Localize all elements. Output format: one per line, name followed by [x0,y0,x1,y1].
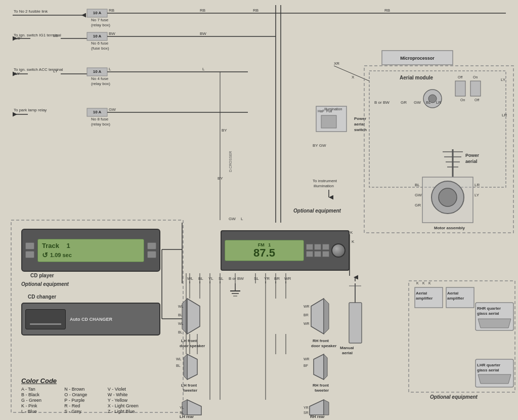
svg-text:SR: SR [304,411,309,414]
svg-text:To park lamp relay: To park lamp relay [14,108,47,112]
svg-text:GR: GR [401,100,407,105]
svg-text:SL: SL [180,411,184,414]
cd-track-label: Track [42,242,59,249]
color-code-entry: B - Black [21,392,61,397]
color-code-entry: S - Grey [64,409,104,414]
cd-player-controls-left [25,242,34,258]
color-code-entry: O - Orange [64,392,104,397]
svg-text:Off: Off [474,98,479,102]
svg-text:WL: WL [176,357,182,361]
svg-text:LY: LY [53,69,58,73]
svg-text:X: X [352,75,355,79]
svg-text:LH rear: LH rear [180,414,194,419]
preset-btn-6[interactable] [322,251,329,257]
svg-text:Power: Power [465,153,480,158]
svg-rect-50 [369,71,506,187]
svg-text:Motor assembly: Motor assembly [434,226,465,230]
svg-text:10 A: 10 A [93,11,102,15]
svg-text:RHR quarter: RHR quarter [477,306,501,311]
svg-point-92 [439,188,457,206]
cd-btn-bottom-right[interactable] [147,251,156,258]
svg-rect-164 [349,303,362,343]
svg-text:L: L [241,217,243,221]
svg-text:B or BW: B or BW [374,100,390,105]
svg-text:WR: WR [304,322,310,325]
cd-btn-top-right[interactable] [147,242,156,249]
svg-text:BY: BY [218,176,223,181]
svg-text:D.CROSSER: D.CROSSER [229,151,232,172]
svg-text:LHR quarter: LHR quarter [477,363,500,367]
svg-text:Microprocessor: Microprocessor [400,56,435,61]
preset-btn-2[interactable] [314,244,321,250]
color-code-entry: A - Tan [21,387,61,392]
preset-row-1 [306,244,329,250]
cd-time-display: ↺ 1.09 sec [42,251,140,259]
svg-text:K: K [422,281,425,285]
color-code-section: Color Code A - TanN - BrownV - VioletB -… [21,377,148,414]
svg-marker-133 [324,299,329,334]
svg-text:RB: RB [253,8,258,13]
svg-text:WR: WR [284,276,291,281]
cd-changer-slot [25,309,66,329]
svg-text:Aerial: Aerial [416,291,427,296]
svg-text:LY: LY [474,193,480,197]
svg-text:RB: RB [109,8,114,13]
radio-preset-buttons [306,244,329,257]
preset-btn-5[interactable] [314,251,321,257]
svg-text:GW: GW [414,100,421,105]
color-code-entry: W - White [108,392,148,397]
svg-text:BL: BL [426,100,431,105]
svg-text:YR: YR [264,276,270,281]
svg-text:Aerial module: Aerial module [400,75,434,80]
svg-text:tweeter: tweeter [315,388,329,393]
preset-btn-1[interactable] [306,244,313,250]
cd-changer: Auto CD CHANGER [21,303,160,335]
svg-text:No 6 fuse: No 6 fuse [91,41,109,46]
color-code-entry: X - Light Green [108,403,148,408]
svg-text:No 8 fuse: No 8 fuse [91,117,109,121]
svg-text:K: K [416,281,419,285]
svg-text:BR: BR [274,276,280,281]
cd-track-display: Track 1 [42,242,140,249]
svg-text:glass aerial: glass aerial [477,368,499,372]
color-code-entry: K - Pink [21,403,61,408]
svg-text:LY: LY [501,77,506,82]
svg-text:GR: GR [415,203,421,207]
color-code-entry: Y - Yellow [108,398,148,403]
svg-text:K: K [352,239,355,244]
svg-text:aerial: aerial [465,159,478,164]
svg-rect-73 [321,115,336,128]
svg-text:YR: YR [304,406,309,409]
svg-text:Illumination: Illumination [324,107,342,111]
cd-changer-label: Auto CD CHANGER [70,317,112,322]
svg-text:SL: SL [254,276,259,281]
color-code-entry: R - Red [64,403,104,408]
svg-text:RB: RB [200,8,205,13]
color-code-entry: N - Brown [64,387,104,392]
cd-btn-bottom-left[interactable] [25,251,34,258]
svg-text:BL: BL [415,183,420,187]
wiring-svg: To No 2 fusible link 10 A RB RB No 7 fus… [0,0,518,420]
color-code-entry: Z - Light Blue [108,409,148,414]
svg-text:Optional equipment: Optional equipment [293,208,341,214]
svg-text:BW: BW [200,31,206,36]
svg-marker-140 [184,354,187,380]
svg-text:Manual: Manual [340,346,354,350]
svg-rect-53 [470,81,481,96]
svg-text:CD player: CD player [30,273,54,278]
svg-text:amplifier: amplifier [416,296,433,301]
svg-text:LR: LR [502,113,507,117]
svg-text:tweeter: tweeter [183,388,197,393]
svg-text:(relay box): (relay box) [91,122,110,127]
svg-text:10 A: 10 A [93,34,102,38]
cd-refresh-icon: ↺ [42,251,48,259]
svg-text:(fuse box): (fuse box) [91,46,109,51]
svg-text:LB: LB [53,33,58,38]
preset-btn-4[interactable] [306,251,313,257]
svg-text:BL: BL [198,276,203,281]
svg-text:YL: YL [180,406,184,409]
color-code-entry: P - Purple [64,398,104,403]
radio-tuner-knob[interactable] [331,243,346,258]
preset-btn-3[interactable] [322,244,329,250]
cd-btn-top-left[interactable] [25,242,34,249]
